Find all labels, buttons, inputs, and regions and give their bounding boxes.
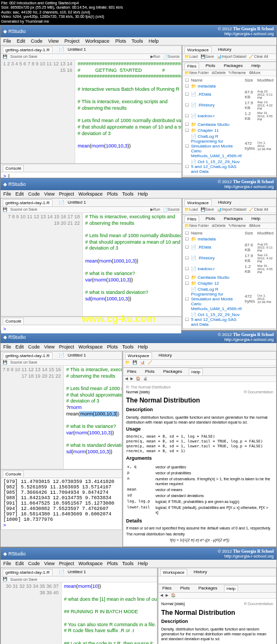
fwd-icon[interactable]: ▶ [130,377,133,381]
rstudio-window-4: ◆ RStudio© 2012 The Georgia R Schoolhttp… [0,547,277,644]
rstudio-window-3: ◆ RStudio© 2012 The Georgia R Schoolhttp… [0,331,277,548]
clearall-button[interactable]: 🧹Clear All [249,55,268,59]
file-row[interactable]: ☐📁 Camtasia Studio [184,274,275,280]
file-row[interactable]: ☐📄 .RData87.6 KBAug 22, 2012, 9:11 PM [184,242,275,253]
file-tab-2[interactable]: 📄 Untitled 1 [57,46,90,53]
import-button[interactable]: 📊Import Dataset [217,55,247,59]
menu-tools[interactable]: Tools [131,38,143,44]
workspace-pane: WorkspaceHistory 📁Load💾Save📊Import Datas… [182,45,276,62]
video-metadata: File: 002 Introduction and Getting Start… [0,0,277,25]
menu-help[interactable]: Help [149,38,159,44]
save-icon[interactable]: 💾 [3,55,8,59]
file-row[interactable]: ☐📄 Oct 1_15_22_29_Nov 5 and 12_ChatLog S… [184,312,275,327]
menu-workspace[interactable]: Workspace [85,38,110,44]
help-title: The Normal Distribution [126,397,273,405]
console-output[interactable]: [979] 11.4703015 12.0730359 13.4141820[9… [1,478,122,529]
file-row[interactable]: ☐📄 Oct 1_15_22_29_Nov 5 and 12_ChatLog S… [184,159,275,175]
file-row[interactable]: ☐📄 .RData87.6 KBAug 22, 2012, 9:11 PM [184,89,275,100]
file-row[interactable]: ☐📁 metadata [184,83,275,89]
menubar: File Edit Code View Project Workspace Pl… [1,37,276,45]
files-tab[interactable]: Files [184,63,199,69]
packages-tab[interactable]: Packages [222,63,245,69]
back-icon[interactable]: ◀ [125,377,128,381]
more-button[interactable]: ⚙More [249,71,261,75]
file-row[interactable]: ☐📁 Chapter 11 [184,128,275,133]
files-pane: FilesPlotsPackagesHelp 📁New Folder⊘Delet… [182,62,276,176]
file-row[interactable]: ☐📄 loadcsv.r1.2 KBMar 31, 2012, 4:55 PM [184,264,275,274]
files-list[interactable]: ☐NameSizeModified☐📁 metadata☐📄 .RData87.… [183,76,276,176]
file-row[interactable]: ☐📄 ChatLog R Programming for Simulation … [184,133,275,159]
home-icon[interactable]: 🏠 [136,377,141,381]
rstudio-window-1: ◆ RStudio © 2012 The Georgia R Schoolhtt… [0,25,277,178]
console-tab[interactable]: Console [3,165,24,171]
print-icon[interactable]: 🖨 [143,377,147,380]
run-button[interactable]: ▶Run [150,55,160,59]
source-on-save[interactable]: Source on Save [10,55,37,58]
code-editor[interactable]: 1 2 3 4 5 6 7 8 9 10 11 12 13 14 15 16 #… [1,60,181,163]
menu-plots[interactable]: Plots [115,38,126,44]
file-row[interactable]: ☐📄 ChatLog R Programming for Simulation … [184,286,275,312]
delete-button[interactable]: ⊘Delete [212,71,226,75]
file-row[interactable]: ☐📁 metadata [184,236,275,242]
menu-file[interactable]: File [3,38,11,44]
source-pane: getting-started-day-1.R📄 Untitled 1 💾Sou… [1,45,182,164]
file-tab[interactable]: getting-started-day-1.R [3,46,52,53]
menu-view[interactable]: View [48,38,58,44]
load-button[interactable]: 📁Load [184,55,198,59]
titlebar[interactable]: ◆ RStudio © 2012 The Georgia R Schoolhtt… [1,25,276,37]
file-row[interactable]: ☐📁 Camtasia Studio [184,122,275,128]
menu-edit[interactable]: Edit [17,38,25,44]
file-row[interactable]: ☐📄 loadcsv.r1.2 KBMar 31, 2012, 4:55 PM [184,111,275,122]
menu-code[interactable]: Code [31,38,43,44]
rename-button[interactable]: ✎Rename [228,71,246,75]
save-button[interactable]: 💾Save [201,55,214,59]
file-row[interactable]: ☐📁 Chapter 12 [184,280,275,286]
app-icon: ◆ RStudio [3,29,26,34]
file-row[interactable]: ☐📄 .Rhistory17.9 KBSep 12, 2012, 4:22 PM [184,253,275,264]
workspace-tab[interactable]: Workspace [184,46,212,53]
file-row[interactable]: ☐📄 .Rhistory17.9 KBSep 12, 2012, 4:22 PM [184,100,275,111]
rstudio-window-2: ◆ RStudio© 2012 The Georgia R Schoolhttp… [0,178,277,331]
help-tab[interactable]: Help [249,63,262,69]
history-tab[interactable]: History [216,46,234,53]
console-pane: Console > | [1,164,182,177]
source-button[interactable]: 📄Source [163,55,180,59]
menu-project[interactable]: Project [64,38,80,44]
newfolder-button[interactable]: 📁New Folder [184,71,209,75]
plots-tab[interactable]: Plots [203,63,217,69]
watermark: www.cg-ku.com [82,313,155,325]
help-content: R: The Normal Distribution Normal {stats… [123,382,276,547]
